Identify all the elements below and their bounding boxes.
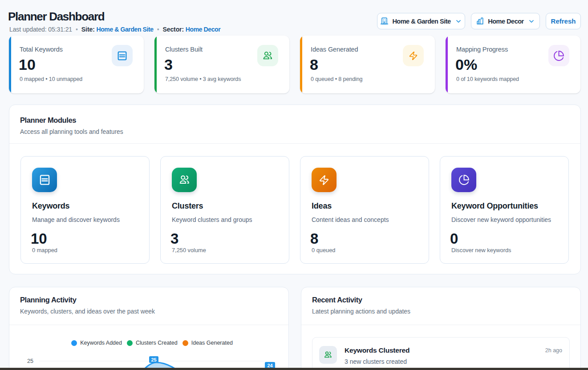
svg-text:25: 25 [27, 358, 33, 364]
